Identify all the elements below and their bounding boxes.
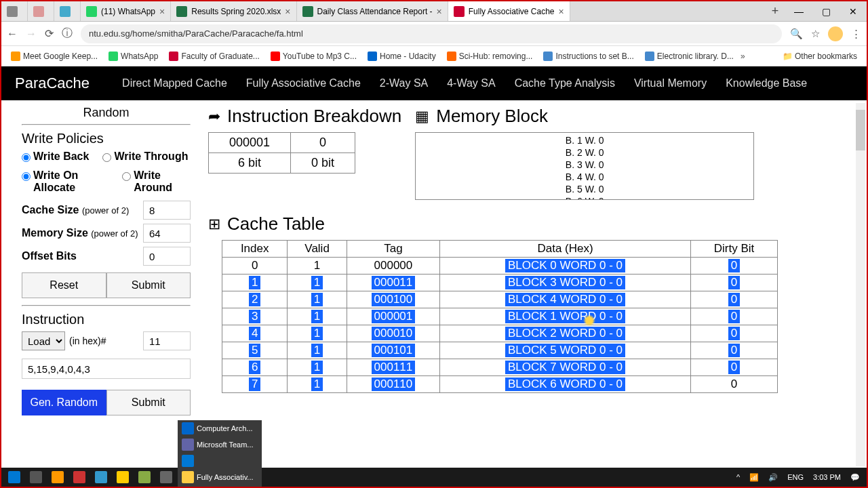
browser-tab[interactable]: Fully Associative Cache× xyxy=(448,1,570,21)
forward-icon[interactable]: → xyxy=(26,28,37,40)
app-icon xyxy=(182,455,194,467)
bookmark-item[interactable]: Instructions to set B... xyxy=(539,50,637,62)
nav-item[interactable]: Virtual Memory xyxy=(634,77,707,89)
reset-button[interactable]: Reset xyxy=(22,272,106,298)
cache-size-input[interactable] xyxy=(143,201,191,220)
bookmark-item[interactable]: Faculty of Graduate... xyxy=(165,50,263,62)
tray-notifications-icon[interactable]: 💬 xyxy=(846,469,864,485)
bookmark-item[interactable]: Sci-Hub: removing... xyxy=(443,50,537,62)
main-content: ➦Instruction Breakdown 0000010 6 bit0 bi… xyxy=(201,100,867,468)
nav-item[interactable]: Fully Associative Cache xyxy=(246,77,361,89)
tray-wifi-icon[interactable]: 📶 xyxy=(745,469,763,485)
tb-app[interactable] xyxy=(113,469,133,485)
bookmark-item[interactable]: Electronic library. D... xyxy=(641,50,738,62)
vertical-scrollbar[interactable] xyxy=(856,103,865,466)
cache-cell: BLOCK 4 WORD 0 - 0 xyxy=(440,291,691,308)
cache-cell: BLOCK 0 WORD 0 - 0 xyxy=(440,258,691,274)
browser-tab[interactable]: Daily Class Attendance Report -× xyxy=(297,1,448,21)
cache-cell: 000111 xyxy=(347,359,439,376)
tb-app[interactable] xyxy=(91,469,111,485)
cache-table-row: 01000000BLOCK 0 WORD 0 - 00 xyxy=(222,258,778,274)
tray-chevron-icon[interactable]: ^ xyxy=(732,469,744,485)
cache-cell: 2 xyxy=(222,291,288,308)
new-tab-button[interactable]: + xyxy=(765,1,785,21)
tab-close-icon[interactable]: × xyxy=(285,6,290,17)
browser-tab[interactable]: Results Spring 2020.xlsx× xyxy=(171,1,296,21)
cache-table-row: 71000110BLOCK 6 WORD 0 - 00 xyxy=(222,376,778,393)
start-button[interactable] xyxy=(4,469,24,485)
tray-volume-icon[interactable]: 🔊 xyxy=(764,469,782,485)
cache-cell: 0 xyxy=(222,258,288,274)
cache-cell: 0 xyxy=(691,274,778,291)
bookmark-icon xyxy=(11,52,20,61)
bookmark-item[interactable]: YouTube to Mp3 C... xyxy=(267,50,361,62)
nav-item[interactable]: Cache Type Analysis xyxy=(515,77,615,89)
taskbar-app[interactable]: Computer Arch... xyxy=(178,420,262,436)
app-icon xyxy=(182,422,194,434)
memory-size-label: Memory Size (power of 2) xyxy=(22,227,138,239)
taskbar-app[interactable]: 2-way, 4-way, n... xyxy=(178,485,262,488)
bookmarks-overflow-icon[interactable]: » xyxy=(741,52,745,61)
browser-tab[interactable]: (11) WhatsApp× xyxy=(81,1,171,21)
write-back-radio[interactable]: Write Back xyxy=(22,150,89,163)
close-button[interactable]: ✕ xyxy=(840,1,867,21)
taskbar-app[interactable] xyxy=(178,453,262,469)
favicon-icon xyxy=(60,6,71,17)
browser-tab[interactable] xyxy=(54,1,81,21)
tab-close-icon[interactable]: × xyxy=(559,6,564,17)
write-on-allocate-radio[interactable]: Write On Allocate xyxy=(22,169,108,194)
profile-avatar[interactable] xyxy=(828,26,843,41)
site-info-icon[interactable]: ⓘ xyxy=(62,26,73,41)
cache-cell: 0 xyxy=(691,291,778,308)
bookmark-item[interactable]: WhatsApp xyxy=(104,50,162,62)
tb-app[interactable] xyxy=(69,469,90,485)
nav-item[interactable]: 2-Way SA xyxy=(380,77,428,89)
nav-item[interactable]: Knowledge Base xyxy=(726,77,807,89)
other-bookmarks[interactable]: 📁 Other bookmarks xyxy=(778,50,861,62)
tb-app[interactable] xyxy=(156,469,176,485)
browser-tab[interactable] xyxy=(1,1,28,21)
memory-block-list[interactable]: B. 1 W. 0B. 2 W. 0B. 3 W. 0B. 4 W. 0B. 5… xyxy=(415,132,754,200)
taskbar-app[interactable]: Fully Associativ... xyxy=(178,469,262,485)
task-view-button[interactable] xyxy=(26,469,46,485)
reload-icon[interactable]: ⟳ xyxy=(45,27,54,40)
instruction-value-input[interactable] xyxy=(143,331,191,350)
write-through-radio[interactable]: Write Through xyxy=(102,150,188,163)
tb-app[interactable] xyxy=(47,469,68,485)
tb-app[interactable] xyxy=(134,469,155,485)
back-icon[interactable]: ← xyxy=(7,28,18,40)
nav-item[interactable]: Direct Mapped Cache xyxy=(122,77,227,89)
favicon-icon xyxy=(7,6,18,17)
tab-close-icon[interactable]: × xyxy=(437,6,442,17)
taskbar-app[interactable]: Microsoft Team... xyxy=(178,436,262,453)
nav-item[interactable]: 4-Way SA xyxy=(447,77,495,89)
tab-close-icon[interactable]: × xyxy=(159,6,165,17)
cache-cell: 000100 xyxy=(347,291,439,308)
write-around-radio[interactable]: Write Around xyxy=(122,169,191,194)
tray-lang[interactable]: ENG xyxy=(783,469,808,485)
cache-cell: BLOCK 2 WORD 0 - 0 xyxy=(440,325,691,342)
submit-button[interactable]: Submit xyxy=(106,272,191,298)
star-icon[interactable]: ☆ xyxy=(811,28,820,40)
minimize-button[interactable]: — xyxy=(785,1,812,21)
url-input[interactable] xyxy=(81,24,782,43)
sequence-input[interactable] xyxy=(22,359,191,379)
maximize-button[interactable]: ▢ xyxy=(812,1,840,21)
tray-time[interactable]: 3:03 PM xyxy=(809,469,845,485)
memory-block-row: B. 3 W. 0 xyxy=(416,159,753,171)
memory-block-row: B. 6 W. 0 xyxy=(416,195,753,200)
gen-random-button[interactable]: Gen. Random xyxy=(22,390,106,415)
bookmark-item[interactable]: Home - Udacity xyxy=(363,50,440,62)
browser-tab[interactable] xyxy=(28,1,54,21)
submit2-button[interactable]: Submit xyxy=(106,390,191,415)
instruction-select[interactable]: Load xyxy=(22,331,65,350)
memory-size-input[interactable] xyxy=(143,224,191,243)
zoom-icon[interactable]: 🔍 xyxy=(790,28,803,40)
brand-label[interactable]: ParaCache xyxy=(15,75,90,92)
cache-cell: 000001 xyxy=(347,308,439,325)
menu-icon[interactable]: ⋮ xyxy=(851,28,861,40)
cache-cell: 5 xyxy=(222,342,288,359)
offset-bits-input[interactable] xyxy=(143,247,191,266)
cache-cell: 000110 xyxy=(347,376,439,393)
bookmark-item[interactable]: Meet Google Keep... xyxy=(7,50,102,62)
